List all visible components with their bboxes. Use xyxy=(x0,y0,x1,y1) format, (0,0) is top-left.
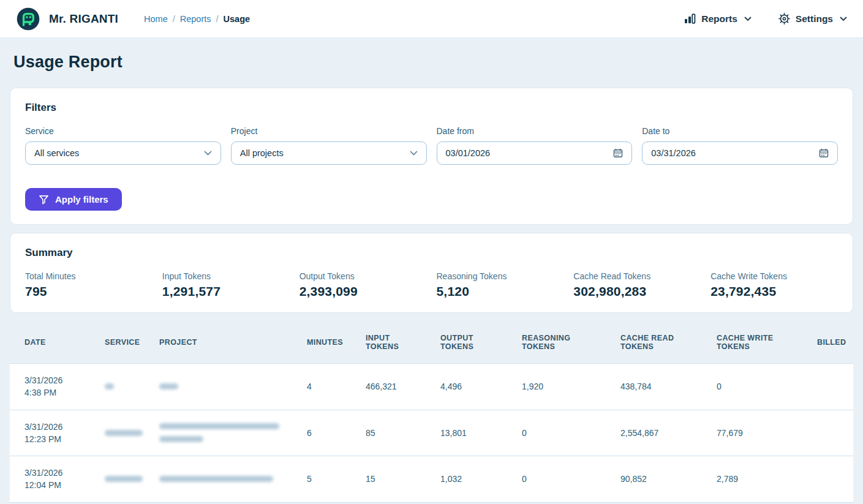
table-header-row: DATE SERVICE PROJECT MINUTES INPUT TOKEN… xyxy=(10,320,853,364)
gear-icon xyxy=(778,13,790,24)
cache-read-tokens-cell: 2,554,867 xyxy=(606,410,702,456)
summary-grid: Total Minutes 795 Input Tokens 1,291,577… xyxy=(25,271,838,299)
col-header-service: SERVICE xyxy=(90,320,145,364)
summary-card: Summary Total Minutes 795 Input Tokens 1… xyxy=(10,233,853,313)
minutes-cell: 4 xyxy=(292,364,351,410)
nav-settings-menu[interactable]: Settings xyxy=(778,13,847,24)
metric-label: Total Minutes xyxy=(25,271,153,281)
input-tokens-cell: 85 xyxy=(351,410,426,456)
service-cell-redacted xyxy=(90,410,145,456)
minutes-cell: 6 xyxy=(292,410,351,456)
metric-value: 795 xyxy=(25,284,153,299)
filters-grid: Service All services Project All project… xyxy=(25,126,838,165)
bar-chart-icon xyxy=(684,13,696,24)
date-cell: 3/31/2026 12:04 PM xyxy=(10,456,90,503)
project-selected-value: All projects xyxy=(240,148,410,158)
metric-value: 5,120 xyxy=(436,284,563,299)
chevron-down-icon xyxy=(744,17,752,21)
cache-write-tokens-cell: 77,679 xyxy=(702,410,802,456)
usage-table: DATE SERVICE PROJECT MINUTES INPUT TOKEN… xyxy=(10,320,853,503)
breadcrumb: Home / Reports / Usage xyxy=(144,14,250,24)
nav-reports-menu[interactable]: Reports xyxy=(684,13,752,24)
summary-heading: Summary xyxy=(25,247,838,259)
top-nav: Reports Settings xyxy=(684,13,847,24)
metric-value: 2,393,099 xyxy=(300,284,427,299)
breadcrumb-separator: / xyxy=(216,14,219,24)
col-header-billed: BILLED xyxy=(802,320,853,364)
date-from-input[interactable]: 03/01/2026 xyxy=(437,141,633,165)
project-filter: Project All projects xyxy=(231,126,427,165)
metric-label: Input Tokens xyxy=(162,271,290,281)
metric-output-tokens: Output Tokens 2,393,099 xyxy=(300,271,427,299)
metric-cache-write-tokens: Cache Write Tokens 23,792,435 xyxy=(710,271,838,299)
date-from-value: 03/01/2026 xyxy=(446,148,614,158)
breadcrumb-separator: / xyxy=(173,14,175,24)
minutes-cell: 5 xyxy=(292,456,351,503)
apply-filters-label: Apply filters xyxy=(55,194,108,205)
output-tokens-cell: 4,496 xyxy=(426,364,507,410)
service-select[interactable]: All services xyxy=(25,141,221,165)
breadcrumb-reports[interactable]: Reports xyxy=(180,14,211,24)
filters-heading: Filters xyxy=(25,102,838,114)
metric-label: Reasoning Tokens xyxy=(436,271,563,281)
date-cell: 3/31/2026 12:23 PM xyxy=(10,410,90,456)
calendar-icon[interactable] xyxy=(819,148,829,158)
top-bar: Mr. RIGANTI Home / Reports / Usage Repor… xyxy=(0,0,863,38)
col-header-output-tokens: OUTPUT TOKENS xyxy=(426,320,507,364)
chevron-down-icon xyxy=(204,151,212,156)
breadcrumb-home[interactable]: Home xyxy=(144,14,168,24)
date-to-filter: Date to 03/31/2026 xyxy=(642,126,838,165)
table-row: 3/31/2026 4:38 PM 4 466,321 4,496 1,920 … xyxy=(10,364,853,410)
project-label: Project xyxy=(231,126,427,136)
metric-value: 23,792,435 xyxy=(710,284,838,299)
input-tokens-cell: 466,321 xyxy=(351,364,426,410)
table-row: 3/31/2026 12:04 PM 5 15 1,032 0 90,852 2… xyxy=(10,456,853,503)
metric-label: Output Tokens xyxy=(300,271,427,281)
col-header-date: DATE xyxy=(10,320,90,364)
chevron-down-icon xyxy=(410,151,418,156)
input-tokens-cell: 15 xyxy=(351,456,426,503)
apply-filters-button[interactable]: Apply filters xyxy=(25,188,122,211)
chevron-down-icon xyxy=(840,17,847,21)
brand[interactable]: Mr. RIGANTI xyxy=(16,7,118,31)
output-tokens-cell: 13,801 xyxy=(426,410,507,456)
nav-reports-label: Reports xyxy=(701,13,737,24)
breadcrumb-current: Usage xyxy=(224,14,251,24)
cache-write-tokens-cell: 2,789 xyxy=(702,456,802,503)
metric-value: 302,980,283 xyxy=(573,284,701,299)
service-cell-redacted xyxy=(90,364,145,410)
output-tokens-cell: 1,032 xyxy=(426,456,507,503)
metric-reasoning-tokens: Reasoning Tokens 5,120 xyxy=(436,271,563,299)
col-header-project: PROJECT xyxy=(145,320,292,364)
table-row: 3/31/2026 12:23 PM 6 85 13,801 0 2,554,8… xyxy=(10,410,853,456)
date-from-label: Date from xyxy=(437,126,633,136)
metric-value: 1,291,577 xyxy=(162,284,290,299)
project-cell-redacted xyxy=(145,364,292,410)
billed-cell xyxy=(802,456,853,503)
col-header-reasoning-tokens: REASONING TOKENS xyxy=(507,320,606,364)
funnel-icon xyxy=(39,195,49,205)
service-filter: Service All services xyxy=(25,126,221,165)
nav-settings-label: Settings xyxy=(796,13,833,24)
cache-read-tokens-cell: 90,852 xyxy=(606,456,702,503)
cache-write-tokens-cell: 0 xyxy=(702,364,802,410)
calendar-icon[interactable] xyxy=(613,148,623,158)
col-header-minutes: MINUTES xyxy=(292,320,351,364)
metric-label: Cache Write Tokens xyxy=(710,271,838,281)
date-to-value: 03/31/2026 xyxy=(651,148,819,158)
page-title: Usage Report xyxy=(0,38,863,88)
project-cell-redacted xyxy=(145,456,292,503)
metric-input-tokens: Input Tokens 1,291,577 xyxy=(162,271,290,299)
metric-cache-read-tokens: Cache Read Tokens 302,980,283 xyxy=(573,271,701,299)
reasoning-tokens-cell: 0 xyxy=(507,456,606,503)
reasoning-tokens-cell: 0 xyxy=(507,410,606,456)
project-select[interactable]: All projects xyxy=(231,141,427,165)
col-header-cache-read-tokens: CACHE READ TOKENS xyxy=(606,320,702,364)
brand-name: Mr. RIGANTI xyxy=(49,12,118,26)
brand-logo-icon xyxy=(16,7,40,31)
date-to-input[interactable]: 03/31/2026 xyxy=(642,141,838,165)
metric-total-minutes: Total Minutes 795 xyxy=(25,271,153,299)
cache-read-tokens-cell: 438,784 xyxy=(606,364,702,410)
date-to-label: Date to xyxy=(642,126,838,136)
filters-card: Filters Service All services Project All… xyxy=(10,88,853,225)
